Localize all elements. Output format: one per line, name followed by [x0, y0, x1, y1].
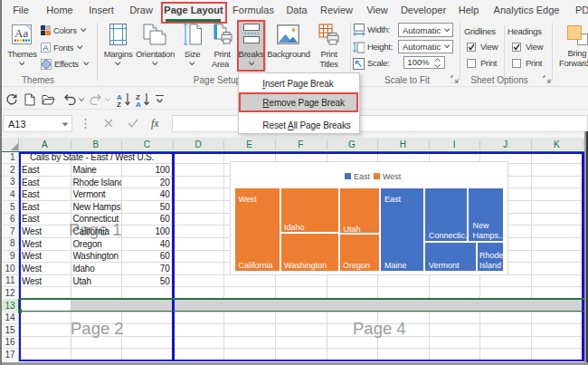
svg-text:Aa: Aa [14, 26, 28, 40]
svg-text:A: A [136, 101, 141, 108]
svg-text:A: A [43, 43, 49, 53]
svg-text:Z: Z [117, 101, 121, 108]
